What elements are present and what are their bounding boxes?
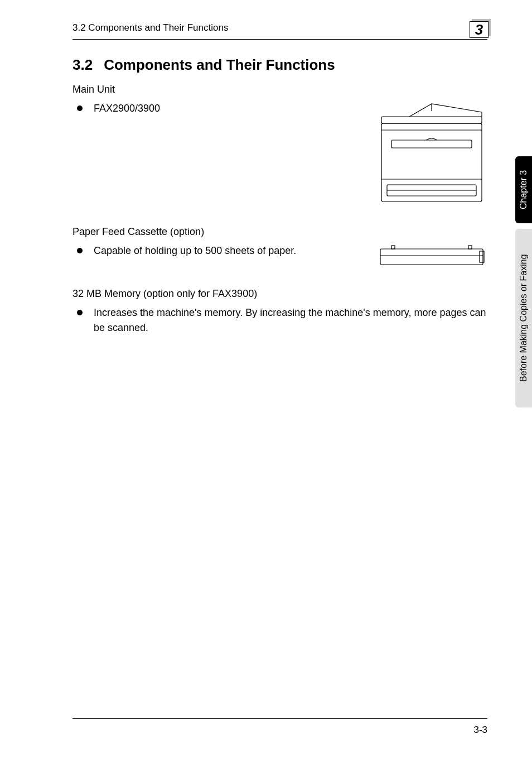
paper-cassette-illustration	[376, 243, 487, 271]
main-unit-label: Main Unit	[72, 84, 487, 95]
side-tab-chapter: Chapter 3	[515, 156, 532, 223]
main-unit-bullet: FAX2900/3900	[77, 101, 365, 116]
memory-label: 32 MB Memory (option only for FAX3900)	[72, 288, 487, 300]
page-number: 3-3	[473, 725, 487, 735]
svg-rect-11	[468, 246, 472, 249]
paper-cassette-label: Paper Feed Cassette (option)	[72, 226, 487, 238]
memory-bullet: Increases the machine's memory. By incre…	[77, 305, 487, 335]
chapter-number: 3	[470, 21, 489, 38]
svg-rect-3	[391, 140, 472, 148]
svg-rect-0	[381, 123, 482, 202]
svg-rect-8	[380, 249, 483, 265]
header-row: 3.2 Components and Their Functions 3	[72, 22, 487, 40]
chapter-tab: 3	[470, 19, 491, 38]
svg-rect-10	[391, 246, 395, 249]
section-title-text: Components and Their Functions	[104, 56, 335, 73]
main-unit-illustration	[376, 101, 487, 209]
section-number: 3.2	[72, 56, 93, 74]
svg-rect-1	[381, 117, 482, 123]
side-tab-section: Before Making Copies or Faxing	[515, 229, 532, 407]
paper-cassette-bullet: Capable of holding up to 500 sheets of p…	[77, 243, 365, 258]
section-title: 3.2Components and Their Functions	[72, 56, 487, 74]
running-head: 3.2 Components and Their Functions	[72, 22, 228, 35]
footer: 3-3	[72, 718, 487, 736]
svg-rect-12	[480, 251, 484, 262]
